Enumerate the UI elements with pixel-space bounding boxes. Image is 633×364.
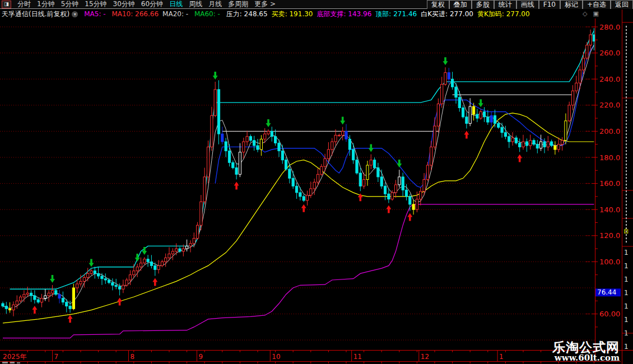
buy-arrow-icon [234, 181, 239, 189]
svg-text:12: 12 [421, 353, 429, 361]
svg-text:9: 9 [199, 353, 203, 361]
svg-text:180.0: 180.0 [599, 153, 620, 162]
svg-text:1: 1 [499, 353, 504, 361]
svg-text:7: 7 [54, 353, 59, 361]
last-price-marker: 76.44 [595, 288, 621, 296]
svg-text:1: 1 [624, 276, 629, 283]
buy-arrow-icon [32, 306, 37, 314]
svg-text:8: 8 [131, 353, 135, 361]
svg-text:2025年: 2025年 [3, 353, 27, 361]
svg-text:120.0: 120.0 [599, 231, 620, 240]
svg-text:1: 1 [624, 302, 629, 310]
right-edge-strip: 自11111111 [622, 10, 633, 364]
sell-arrow-icon [443, 57, 448, 65]
buy-arrow-icon [386, 206, 391, 213]
svg-text:240.0: 240.0 [599, 75, 620, 83]
buy-arrow-icon [517, 154, 522, 162]
indicator-lines-layer [3, 31, 594, 338]
sell-arrow-icon [213, 72, 218, 80]
buy-arrow-icon [152, 278, 157, 286]
watermark-url: www.60lt.com [552, 354, 620, 362]
buy-arrow-icon [464, 131, 469, 139]
sell-arrow-icon [50, 275, 55, 283]
sell-arrow-icon [266, 119, 271, 127]
svg-text:140.0: 140.0 [599, 206, 620, 214]
sell-arrow-icon [369, 144, 374, 152]
buy-arrow-icon [68, 315, 73, 323]
watermark-site-name: 乐淘公式网 [552, 341, 620, 354]
buy-arrow-icon [301, 204, 306, 212]
svg-text:200.0: 200.0 [599, 127, 620, 136]
svg-text:1: 1 [624, 329, 629, 337]
svg-text:60.00: 60.00 [599, 310, 620, 318]
date-axis: 2025年7891011121 [0, 350, 633, 363]
sell-arrow-icon [89, 259, 94, 267]
svg-text:160.0: 160.0 [599, 179, 620, 188]
svg-text:11: 11 [353, 353, 362, 361]
svg-text:自: 自 [623, 228, 629, 234]
sell-arrow-icon [142, 247, 147, 255]
svg-text:1: 1 [624, 343, 629, 351]
svg-text:1: 1 [624, 262, 629, 270]
svg-text:1: 1 [624, 249, 629, 256]
svg-text:280.0: 280.0 [599, 23, 620, 31]
svg-text:100.0: 100.0 [599, 258, 620, 266]
svg-text:76.44: 76.44 [597, 288, 616, 296]
watermark: 乐淘公式网 www.60lt.com [552, 341, 620, 362]
svg-text:10: 10 [272, 353, 280, 361]
price-axis: 280.0260.0240.0220.0200.0180.0160.0140.0… [586, 18, 621, 361]
sell-arrow-icon [397, 160, 402, 167]
sell-arrow-icon [340, 117, 345, 125]
svg-text:260.0: 260.0 [599, 49, 620, 57]
sell-arrow-icon [478, 99, 483, 107]
svg-text:220.0: 220.0 [599, 101, 620, 109]
candles-layer [2, 28, 595, 316]
main-chart[interactable]: 280.0260.0240.0220.0200.0180.0160.0140.0… [0, 0, 633, 364]
buy-arrow-icon [117, 298, 122, 306]
svg-text:1: 1 [624, 289, 629, 297]
app-window: ◨ 分时1分钟5分钟15分钟30分钟60分钟日线周线月线多周期更多 > 复权叠加… [0, 0, 633, 364]
svg-text:1: 1 [624, 316, 629, 324]
buy-arrow-icon [407, 213, 412, 221]
